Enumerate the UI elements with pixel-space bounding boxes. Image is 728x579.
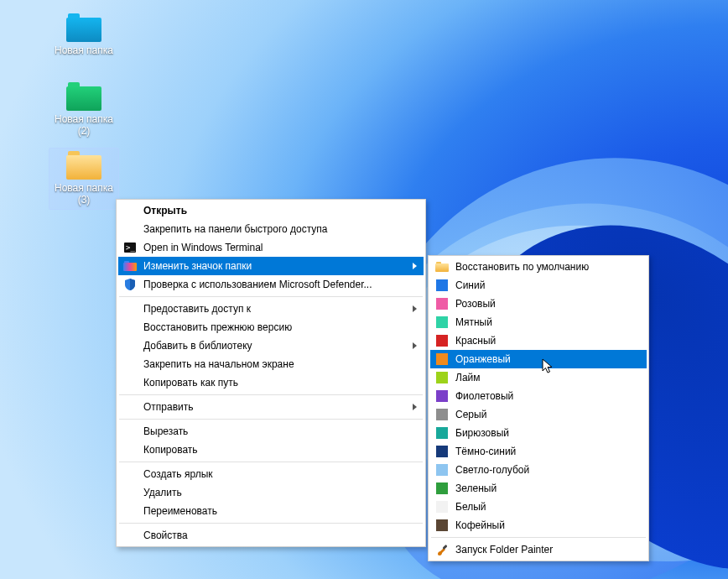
submenu-item-label: Запуск Folder Painter <box>455 544 553 556</box>
folder-icon <box>66 13 101 42</box>
submenu-item-label: Розовый <box>455 298 496 310</box>
submenu-item[interactable]: Тёмно-синий <box>430 442 647 461</box>
menu-item[interactable]: Удалить <box>118 483 424 502</box>
context-menu: ОткрытьЗакрепить на панели быстрого дост… <box>116 199 426 547</box>
color-swatch-icon <box>435 482 449 495</box>
submenu-item[interactable]: Светло-голубой <box>430 461 647 479</box>
submenu-item-label: Мятный <box>455 316 492 328</box>
menu-item-label: Проверка с использованием Microsoft Defe… <box>143 279 372 290</box>
color-swatch-icon <box>435 371 449 384</box>
menu-item-label: Отправить <box>143 401 194 413</box>
color-swatch-icon <box>435 408 449 421</box>
menu-item-label: Копировать <box>143 444 198 456</box>
submenu-item[interactable]: Серый <box>430 405 647 424</box>
menu-item[interactable]: Вырезать <box>118 422 424 441</box>
paint-brush-icon <box>435 543 449 556</box>
menu-separator <box>119 523 423 524</box>
menu-item[interactable]: Копировать <box>118 441 424 459</box>
color-swatch-icon <box>435 500 449 514</box>
submenu-item-label: Серый <box>455 409 486 420</box>
menu-separator <box>119 394 423 395</box>
color-swatch-icon <box>435 519 449 532</box>
menu-item-label: Вырезать <box>143 425 188 437</box>
menu-item[interactable]: Свойства <box>118 526 424 545</box>
submenu-item-label: Фиолетовый <box>455 390 513 402</box>
svg-text:>_: >_ <box>126 243 135 252</box>
submenu-item-label: Кофейный <box>455 519 505 531</box>
color-swatch-icon <box>435 334 449 347</box>
menu-item-label: Изменить значок папки <box>143 260 252 272</box>
submenu-item-label: Зеленый <box>455 482 497 494</box>
submenu-item[interactable]: Белый <box>430 498 647 516</box>
folder-painter-icon <box>123 259 137 273</box>
menu-item[interactable]: Предоставить доступ к <box>118 300 424 318</box>
menu-item-label: Восстановить прежнюю версию <box>143 321 292 333</box>
submenu-item-label: Бирюзовый <box>455 427 509 439</box>
menu-item-label: Открыть <box>143 205 187 216</box>
submenu-item[interactable]: Восстановить по умолчанию <box>430 258 647 276</box>
desktop-folder-icon[interactable]: Новая папка(2) <box>52 82 116 138</box>
menu-item-label: Open in Windows Terminal <box>143 242 263 253</box>
color-swatch-icon <box>435 426 449 440</box>
menu-separator <box>431 537 646 538</box>
menu-item-label: Закрепить на панели быстрого доступа <box>143 223 328 235</box>
submenu-item[interactable]: Фиолетовый <box>430 387 647 405</box>
menu-item-label: Добавить в библиотеку <box>143 340 252 352</box>
menu-item-label: Копировать как путь <box>143 377 238 389</box>
chevron-right-icon <box>413 305 417 312</box>
menu-item[interactable]: Открыть <box>118 201 424 220</box>
menu-item[interactable]: Закрепить на панели быстрого доступа <box>118 220 424 238</box>
color-swatch-icon <box>435 316 449 329</box>
menu-item-label: Свойства <box>143 529 188 541</box>
menu-item[interactable]: Создать ярлык <box>118 465 424 483</box>
submenu-item[interactable]: Лайм <box>430 368 647 387</box>
submenu-item[interactable]: Мятный <box>430 313 647 331</box>
menu-item[interactable]: Проверка с использованием Microsoft Defe… <box>118 275 424 294</box>
desktop-folder-icon[interactable]: Новая папка(3) <box>52 151 116 206</box>
chevron-right-icon <box>413 404 417 410</box>
menu-item[interactable]: Закрепить на начальном экране <box>118 355 424 373</box>
submenu-item[interactable]: Зеленый <box>430 479 647 498</box>
desktop-icon-label: Новая папка(2) <box>52 114 116 138</box>
context-submenu-folder-colors: Восстановить по умолчаниюСинийРозовыйМят… <box>428 255 649 561</box>
menu-item[interactable]: Восстановить прежнюю версию <box>118 318 424 336</box>
menu-separator <box>119 296 423 297</box>
submenu-item-label: Тёмно-синий <box>455 446 516 457</box>
submenu-item[interactable]: Бирюзовый <box>430 424 647 442</box>
color-swatch-icon <box>435 445 449 458</box>
menu-item[interactable]: Отправить <box>118 398 424 416</box>
submenu-item-label: Оранжевый <box>455 353 511 365</box>
color-swatch-icon <box>435 279 449 292</box>
menu-item[interactable]: Добавить в библиотеку <box>118 336 424 355</box>
color-swatch-icon <box>435 352 449 366</box>
menu-item[interactable]: Переименовать <box>118 502 424 520</box>
shield-icon <box>123 278 137 291</box>
menu-item-label: Создать ярлык <box>143 468 213 480</box>
color-swatch-icon <box>435 463 449 477</box>
menu-separator <box>119 419 423 420</box>
menu-separator <box>119 462 423 462</box>
submenu-item[interactable]: Синий <box>430 276 647 295</box>
chevron-right-icon <box>413 263 417 269</box>
folder-icon <box>435 260 449 274</box>
submenu-item-label: Белый <box>455 501 486 513</box>
menu-item[interactable]: >_Open in Windows Terminal <box>118 238 424 257</box>
submenu-item[interactable]: Кофейный <box>430 516 647 535</box>
submenu-item-label: Светло-голубой <box>455 464 529 476</box>
menu-item-label: Закрепить на начальном экране <box>143 358 294 370</box>
submenu-item-label: Лайм <box>455 372 481 383</box>
menu-item-label: Удалить <box>143 487 182 498</box>
menu-item[interactable]: Изменить значок папки <box>118 257 424 275</box>
submenu-item[interactable]: Розовый <box>430 295 647 313</box>
menu-item[interactable]: Копировать как путь <box>118 373 424 392</box>
chevron-right-icon <box>413 342 417 349</box>
submenu-item[interactable]: Оранжевый <box>430 350 647 368</box>
desktop-folder-icon[interactable]: Новая папка <box>52 13 116 57</box>
terminal-icon: >_ <box>123 241 137 254</box>
folder-icon <box>66 82 101 111</box>
submenu-item[interactable]: Запуск Folder Painter <box>430 540 647 559</box>
submenu-item-label: Восстановить по умолчанию <box>455 261 589 273</box>
color-swatch-icon <box>435 297 449 310</box>
submenu-item[interactable]: Красный <box>430 331 647 350</box>
desktop-icon-label: Новая папка(3) <box>52 183 116 206</box>
